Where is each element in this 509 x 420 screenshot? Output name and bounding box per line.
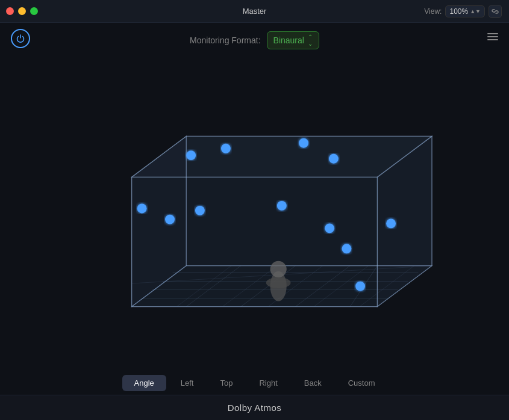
link-icon[interactable]	[489, 5, 502, 18]
speaker-dot[interactable]	[325, 223, 334, 233]
speaker-dot[interactable]	[342, 244, 352, 253]
monitoring-value: Binaural	[273, 36, 304, 45]
speaker-dot[interactable]	[221, 144, 231, 153]
speaker-dot[interactable]	[165, 215, 175, 224]
3d-viewport	[36, 54, 473, 348]
monitoring-format-select[interactable]: Binaural ⌃⌄	[267, 31, 319, 49]
footer-text: Dolby Atmos	[228, 403, 282, 413]
speaker-dot[interactable]	[186, 150, 196, 160]
svg-point-28	[266, 277, 291, 288]
view-label: View:	[424, 7, 442, 16]
speaker-dot[interactable]	[195, 206, 205, 215]
monitoring-label: Monitoring Format:	[190, 36, 260, 45]
maximize-button[interactable]	[30, 7, 38, 15]
chevron-icon: ⌃⌄	[308, 34, 313, 47]
view-tabs: Angle Left Top Right Back Custom	[0, 375, 509, 391]
svg-point-27	[270, 261, 287, 277]
tab-back[interactable]: Back	[292, 375, 334, 391]
speaker-dot[interactable]	[329, 154, 339, 164]
window-title: Master	[243, 7, 267, 16]
traffic-lights	[6, 7, 38, 15]
speaker-dot[interactable]	[386, 218, 396, 228]
tab-right[interactable]: Right	[247, 375, 289, 391]
view-select[interactable]: 100% ▲▼	[445, 5, 485, 17]
monitoring-row: Monitoring Format: Binaural ⌃⌄	[0, 31, 509, 49]
title-bar: Master View: 100% ▲▼	[0, 0, 509, 23]
tab-top[interactable]: Top	[208, 375, 245, 391]
speaker-dot[interactable]	[137, 204, 147, 214]
title-bar-right: View: 100% ▲▼	[424, 5, 502, 18]
speaker-dot[interactable]	[299, 138, 308, 148]
speaker-dot[interactable]	[277, 201, 287, 211]
svg-marker-16	[186, 136, 432, 265]
speaker-dot[interactable]	[355, 282, 365, 291]
tab-angle[interactable]: Angle	[122, 375, 166, 391]
tab-left[interactable]: Left	[169, 375, 206, 391]
close-button[interactable]	[6, 7, 14, 15]
3d-box-svg	[36, 54, 473, 348]
footer: Dolby Atmos	[0, 395, 509, 420]
minimize-button[interactable]	[18, 7, 26, 15]
tab-custom[interactable]: Custom	[336, 375, 387, 391]
